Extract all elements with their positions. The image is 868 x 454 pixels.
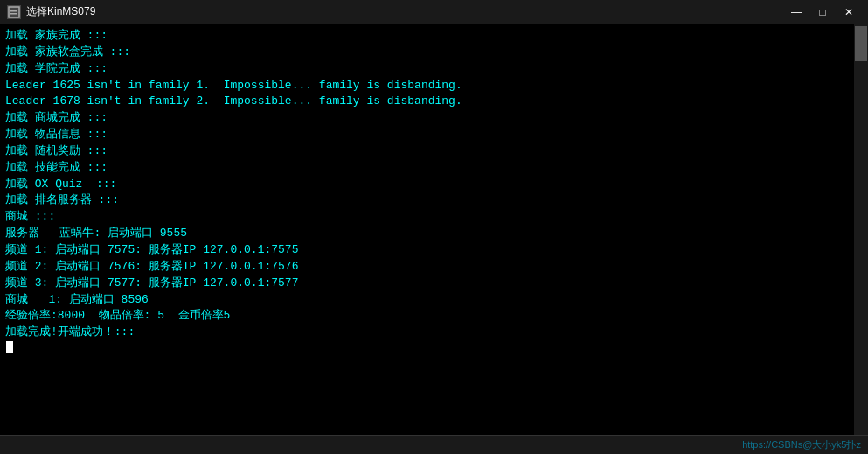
scrollbar[interactable] <box>854 24 868 435</box>
console-line: 加载 物品信息 ::: <box>5 127 849 143</box>
cursor-blink <box>6 341 13 353</box>
bottom-bar: https://CSBNs@大小yk5扑z <box>0 435 868 454</box>
console-line: 商城 1: 启动端口 8596 <box>5 292 849 309</box>
console-line: 频道 2: 启动端口 7576: 服务器IP 127.0.0.1:7576 <box>5 259 849 276</box>
console-line: 加载 排名服务器 ::: <box>5 192 849 209</box>
console-area: 加载 家族完成 :::加载 家族软盒完成 :::加载 学院完成 :::Leade… <box>0 24 868 435</box>
console-line <box>5 341 849 353</box>
watermark-text: https://CSBNs@大小yk5扑z <box>742 438 861 451</box>
window-icon <box>7 5 21 19</box>
console-content[interactable]: 加载 家族完成 :::加载 家族软盒完成 :::加载 学院完成 :::Leade… <box>0 24 854 435</box>
console-line: Leader 1678 isn't in family 2. Impossibl… <box>5 94 849 110</box>
console-line: 加载完成!开端成功！::: <box>5 325 849 341</box>
svg-rect-1 <box>10 10 17 12</box>
console-line: 频道 1: 启动端口 7575: 服务器IP 127.0.0.1:7575 <box>5 242 849 259</box>
window-title: 选择KinMS079 <box>26 4 95 19</box>
title-bar-controls: — □ ✕ <box>784 3 861 21</box>
console-line: 加载 技能完成 ::: <box>5 160 849 177</box>
close-button[interactable]: ✕ <box>837 3 861 21</box>
console-line: 加载 家族完成 ::: <box>5 28 849 45</box>
window: 选择KinMS079 — □ ✕ 加载 家族完成 :::加载 家族软盒完成 ::… <box>0 0 868 454</box>
minimize-button[interactable]: — <box>784 3 809 21</box>
svg-rect-2 <box>10 13 17 15</box>
console-line: 加载 学院完成 ::: <box>5 61 849 78</box>
console-line: 加载 OX Quiz ::: <box>5 177 849 193</box>
console-line: 经验倍率:8000 物品倍率: 5 金币倍率5 <box>5 308 849 325</box>
scrollbar-thumb[interactable] <box>855 26 867 61</box>
title-bar: 选择KinMS079 — □ ✕ <box>0 0 868 24</box>
title-bar-left: 选择KinMS079 <box>7 4 95 19</box>
console-line: 加载 商城完成 ::: <box>5 110 849 127</box>
svg-rect-0 <box>9 7 19 17</box>
console-line: 频道 3: 启动端口 7577: 服务器IP 127.0.0.1:7577 <box>5 276 849 292</box>
console-line: 加载 家族软盒完成 ::: <box>5 45 849 61</box>
console-line: 商城 ::: <box>5 209 849 226</box>
maximize-button[interactable]: □ <box>810 3 835 21</box>
console-line: 加载 随机奖励 ::: <box>5 143 849 160</box>
console-line: 服务器 蓝蜗牛: 启动端口 9555 <box>5 226 849 242</box>
console-line: Leader 1625 isn't in family 1. Impossibl… <box>5 78 849 94</box>
